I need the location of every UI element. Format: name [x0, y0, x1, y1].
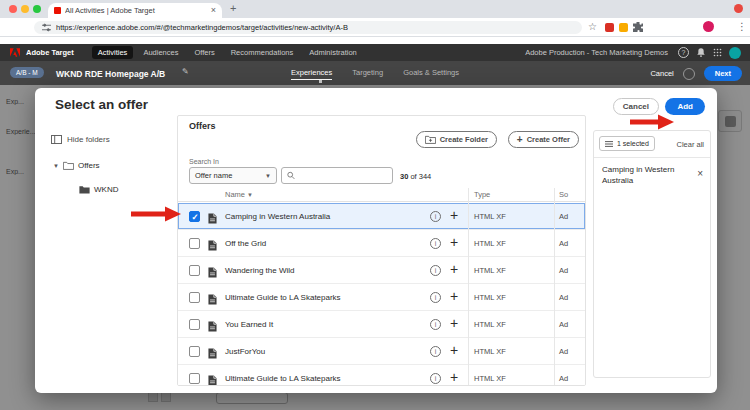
nav-item-activities[interactable]: Activities [92, 46, 134, 59]
notifications-bell-icon[interactable] [696, 47, 706, 58]
user-avatar[interactable] [729, 47, 741, 59]
search-in-label: Search In [189, 158, 219, 165]
table-header: Name ▼ Type So [178, 188, 585, 202]
info-icon[interactable]: i [430, 292, 441, 303]
offer-search-box[interactable] [281, 167, 393, 184]
annotation-arrow-to-row [129, 205, 183, 223]
offer-file-icon [208, 264, 217, 282]
primary-nav: Activities Audiences Offers Recommendati… [92, 46, 363, 59]
nav-item-audiences[interactable]: Audiences [137, 46, 184, 59]
tab-close-icon[interactable]: × [211, 6, 216, 15]
remove-selected-icon[interactable]: × [697, 169, 703, 179]
info-icon[interactable]: i [430, 211, 441, 222]
search-input[interactable] [299, 171, 387, 180]
offer-file-icon [208, 318, 217, 336]
workflow-steps: Experiences Targeting Goals & Settings [0, 68, 750, 80]
offer-checkbox[interactable] [189, 265, 200, 276]
offer-source: Ad [559, 266, 568, 275]
folder-tree-root[interactable]: ▼ Offers [53, 161, 100, 170]
offer-source: Ad [559, 347, 568, 356]
offer-row[interactable]: You Earned It i + HTML XF Ad [178, 311, 585, 338]
offer-row[interactable]: Off the Grid i + HTML XF Ad [178, 230, 585, 257]
step-targeting[interactable]: Targeting [352, 68, 383, 80]
offer-name: Camping in Western Australia [225, 212, 330, 221]
offer-row[interactable]: Camping in Western Australia i + HTML XF… [178, 203, 585, 230]
offer-row[interactable]: Wandering the Wild i + HTML XF Ad [178, 257, 585, 284]
nav-item-offers[interactable]: Offers [188, 46, 220, 59]
extensions-puzzle-icon[interactable] [633, 22, 643, 32]
nav-item-recommendations[interactable]: Recommendations [225, 46, 300, 59]
info-icon[interactable]: i [430, 319, 441, 330]
create-offer-button[interactable]: + Create Offer [508, 131, 579, 148]
browser-profile-avatar[interactable] [703, 21, 714, 32]
offer-checkbox[interactable] [189, 292, 200, 303]
selected-offer-name: Camping in Western Australia [602, 165, 682, 187]
create-folder-button[interactable]: Create Folder [416, 131, 497, 148]
quick-add-icon[interactable]: + [450, 314, 458, 334]
app-header-icons: ? [678, 47, 741, 59]
offer-checkbox[interactable] [189, 319, 200, 330]
folder-root-label: Offers [78, 161, 100, 170]
info-icon[interactable]: i [430, 346, 441, 357]
extension-icon[interactable] [619, 23, 628, 32]
quick-add-icon[interactable]: + [450, 341, 458, 361]
offer-type: HTML XF [474, 239, 506, 248]
url-bar[interactable]: https://experience.adobe.com/#/@techmark… [34, 21, 582, 34]
extension-icon[interactable] [605, 23, 614, 32]
browser-tab-strip: All Activities | Adobe Target × + [0, 0, 750, 18]
next-button[interactable]: Next [704, 66, 742, 81]
quick-add-icon[interactable]: + [450, 287, 458, 307]
site-controls-icon[interactable] [42, 23, 51, 32]
offer-file-icon [208, 291, 217, 309]
offer-rows: Camping in Western Australia i + HTML XF… [178, 203, 585, 386]
app-switcher-grid-icon[interactable] [713, 48, 722, 57]
window-minimize-button[interactable] [21, 5, 29, 13]
search-filter-dropdown[interactable]: Offer name ▼ [189, 167, 277, 184]
column-divider [468, 188, 469, 385]
window-close-button[interactable] [9, 5, 17, 13]
activity-options-icon[interactable] [683, 68, 695, 80]
browser-menu-icon[interactable]: ⋮ [737, 21, 747, 32]
url-text: https://experience.adobe.com/#/@techmark… [56, 23, 348, 32]
step-goals-settings[interactable]: Goals & Settings [403, 68, 459, 80]
hide-folders-toggle[interactable]: Hide folders [51, 135, 110, 144]
divider [594, 157, 710, 158]
offer-checkbox[interactable] [189, 211, 200, 222]
quick-add-icon[interactable]: + [450, 260, 458, 280]
offer-row[interactable]: Ultimate Guide to LA Skateparks i + HTML… [178, 284, 585, 311]
offer-checkbox[interactable] [189, 238, 200, 249]
quick-add-icon[interactable]: + [450, 233, 458, 253]
column-header-name[interactable]: Name ▼ [225, 190, 253, 199]
offer-type: HTML XF [474, 293, 506, 302]
offer-checkbox[interactable] [189, 373, 200, 384]
info-icon[interactable]: i [430, 265, 441, 276]
selected-count-button[interactable]: 1 selected [599, 136, 655, 151]
folder-tree-child[interactable]: WKND [79, 185, 118, 194]
new-tab-button[interactable]: + [230, 2, 236, 14]
offer-row[interactable]: Ultimate Guide to LA Skateparks i + HTML… [178, 365, 585, 386]
help-icon[interactable]: ? [678, 47, 689, 58]
org-label: Adobe Production - Tech Marketing Demos [525, 48, 668, 57]
offer-file-icon [208, 372, 217, 386]
info-icon[interactable]: i [430, 238, 441, 249]
offer-row[interactable]: JustForYou i + HTML XF Ad [178, 338, 585, 365]
bookmark-star-icon[interactable]: ☆ [588, 21, 597, 32]
clear-all-link[interactable]: Clear all [676, 140, 704, 149]
activity-cancel-button[interactable]: Cancel [650, 69, 673, 78]
step-experiences[interactable]: Experiences [291, 68, 332, 80]
search-filter-value: Offer name [195, 171, 232, 180]
quick-add-icon[interactable]: + [450, 206, 458, 226]
browser-tab[interactable]: All Activities | Adobe Target × [48, 3, 222, 18]
adobe-logo-icon[interactable] [10, 48, 20, 57]
list-icon [605, 140, 613, 148]
nav-item-administration[interactable]: Administration [303, 46, 363, 59]
window-zoom-button[interactable] [33, 5, 41, 13]
chevron-down-icon[interactable]: ▼ [53, 163, 59, 169]
quick-add-icon[interactable]: + [450, 368, 458, 386]
adobe-app-header: Adobe Target Activities Audiences Offers… [0, 44, 750, 61]
offer-checkbox[interactable] [189, 346, 200, 357]
offers-heading: Offers [189, 121, 216, 131]
offer-name: Wandering the Wild [225, 266, 295, 275]
info-icon[interactable]: i [430, 373, 441, 384]
tab-title: All Activities | Adobe Target [65, 6, 207, 15]
